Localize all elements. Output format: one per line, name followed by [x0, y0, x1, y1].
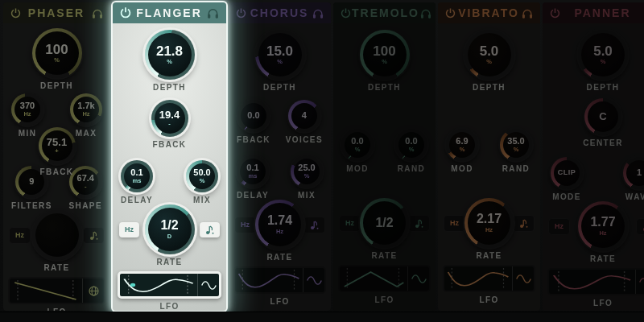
- rand-knob[interactable]: 35.0%: [500, 129, 532, 161]
- rate-hz-button[interactable]: Hz: [549, 219, 569, 234]
- delay-knob-block: 0.1ms DELAY: [121, 160, 153, 204]
- mod-knob[interactable]: 0.0%: [341, 129, 374, 161]
- mod-knob-block: 6.9% MOD: [446, 129, 478, 173]
- fback-knob[interactable]: 0.0: [237, 100, 270, 132]
- rate-hz-button[interactable]: Hz: [235, 217, 255, 233]
- mix-knob[interactable]: 50.0%: [186, 160, 218, 192]
- depth-knob-block: 15.0% DEPTH: [255, 30, 305, 92]
- rate-knob[interactable]: 2.17Hz: [464, 198, 514, 248]
- module-chorus: CHORUS 15.0% DEPTH 0.0 FBACK 4 VOICES: [229, 2, 331, 311]
- headphones-icon[interactable]: [312, 7, 324, 19]
- module-flanger: FLANGER 21.8% DEPTH 19.4- FBACK 0.1ms DE…: [113, 2, 226, 311]
- center-knob[interactable]: C: [584, 98, 621, 135]
- power-icon[interactable]: [549, 7, 561, 19]
- voices-knob[interactable]: 4: [288, 100, 320, 132]
- module-title: VIBRATO: [456, 6, 521, 19]
- fback-knob-block: 0.0 FBACK: [237, 100, 270, 144]
- module-phaser: PHASER 100% DEPTH 370Hz MIN 1.7kHz MAX 7…: [3, 2, 110, 311]
- fback-knob[interactable]: 75.1+: [39, 127, 76, 164]
- headphones-icon[interactable]: [419, 7, 432, 19]
- power-icon[interactable]: [340, 7, 352, 19]
- lfo-label: LFO: [479, 295, 498, 304]
- rate-hz-button[interactable]: Hz: [340, 216, 360, 231]
- lfo-phase-marker: [130, 283, 135, 287]
- depth-knob[interactable]: 15.0%: [255, 30, 305, 80]
- min-knob[interactable]: 370Hz: [11, 93, 43, 126]
- lfo-label: LFO: [593, 299, 613, 308]
- chorus-header: CHORUS: [229, 2, 331, 23]
- mix-knob[interactable]: 25.0%: [291, 155, 323, 188]
- effects-rack: PHASER 100% DEPTH 370Hz MIN 1.7kHz MAX 7…: [0, 0, 644, 322]
- depth-knob[interactable]: 100%: [32, 28, 82, 78]
- rate-hz-button[interactable]: Hz: [10, 228, 30, 243]
- rate-label: RATE: [476, 251, 502, 260]
- rate-hz-button[interactable]: Hz: [444, 216, 464, 231]
- rate-knob[interactable]: 1.74Hz: [255, 200, 304, 250]
- power-icon[interactable]: [444, 7, 456, 19]
- delay-knob[interactable]: 0.1ms: [121, 160, 153, 192]
- sphere-icon[interactable]: [82, 279, 104, 303]
- headphones-icon[interactable]: [91, 7, 104, 19]
- rate-knob[interactable]: 1/2: [360, 198, 409, 248]
- rate-sync-button[interactable]: [637, 219, 644, 234]
- headphones-icon[interactable]: [206, 6, 220, 19]
- knob-label: DEPTH: [40, 81, 73, 90]
- wave-knob[interactable]: 1: [623, 157, 644, 189]
- rand-knob-block: 0.0% RAND: [395, 129, 427, 173]
- lfo-label: LFO: [47, 308, 66, 311]
- depth-knob[interactable]: 5.0%: [578, 30, 628, 80]
- depth-knob[interactable]: 21.8%: [145, 30, 195, 80]
- power-icon[interactable]: [235, 7, 247, 19]
- fback-knob[interactable]: 19.4-: [151, 100, 188, 137]
- knob-unit: %: [54, 56, 60, 64]
- rand-knob-block: 35.0% RAND: [500, 129, 532, 173]
- rate-hz-button[interactable]: Hz: [119, 222, 139, 237]
- rate-label: RATE: [156, 258, 182, 266]
- mode-knob[interactable]: CLIP: [551, 157, 583, 189]
- depth-knob-block: 21.8% DEPTH: [145, 30, 195, 92]
- lfo-sine-waveform: [444, 266, 512, 291]
- rand-knob[interactable]: 0.0%: [395, 129, 427, 161]
- bottom-divider: [0, 312, 644, 322]
- tremolo-header: TREMOLO: [333, 2, 436, 23]
- power-icon[interactable]: [119, 6, 132, 19]
- rate-knob[interactable]: [32, 210, 82, 260]
- power-icon[interactable]: [10, 7, 22, 19]
- depth-knob[interactable]: 100%: [360, 30, 410, 80]
- lfo-display[interactable]: [233, 266, 326, 294]
- sine-icon[interactable]: [512, 266, 534, 291]
- rate-knob[interactable]: 1.77Hz: [578, 201, 628, 251]
- mod-knob[interactable]: 6.9%: [446, 129, 478, 161]
- max-knob[interactable]: 1.7kHz: [70, 93, 102, 126]
- lfo-display[interactable]: [443, 265, 535, 292]
- rate-knob[interactable]: 1/2D: [145, 204, 195, 254]
- fback-knob-block: 75.1+ FBACK: [39, 127, 76, 176]
- rate-sync-button[interactable]: [84, 228, 104, 243]
- depth-knob[interactable]: 5.0%: [464, 30, 514, 80]
- rate-label: RATE: [266, 253, 292, 262]
- rate-sync-button[interactable]: [304, 217, 324, 233]
- lfo-label: LFO: [374, 295, 394, 304]
- sine-icon[interactable]: [635, 270, 644, 294]
- sine-icon[interactable]: [303, 268, 324, 292]
- rate-sync-button[interactable]: [409, 216, 429, 231]
- rate-sync-button[interactable]: [514, 216, 534, 231]
- lfo-display[interactable]: [547, 268, 644, 295]
- module-title: TREMOLO: [352, 6, 419, 19]
- vibrato-header: VIBRATO: [438, 2, 540, 23]
- lfo-display[interactable]: [8, 277, 105, 304]
- headphones-icon[interactable]: [521, 7, 534, 19]
- lfo-label: LFO: [270, 297, 289, 306]
- lfo-display[interactable]: [338, 265, 431, 292]
- sine-icon[interactable]: [197, 274, 219, 296]
- depth-knob-block: 5.0% DEPTH: [578, 30, 628, 92]
- sine-icon[interactable]: [407, 266, 429, 291]
- lfo-display[interactable]: [118, 271, 221, 299]
- panner-header: PANNER: [543, 2, 644, 23]
- depth-knob-block: 100% DEPTH: [32, 28, 82, 90]
- rate-sync-button[interactable]: [200, 222, 220, 237]
- center-knob-block: C CENTER: [583, 98, 623, 147]
- delay-knob[interactable]: 0.1ms: [237, 155, 269, 188]
- mode-knob-block: CLIP MODE: [551, 157, 583, 201]
- module-tremolo: TREMOLO 100% DEPTH 0.0% MOD 0.0% RAND Hz: [333, 2, 436, 311]
